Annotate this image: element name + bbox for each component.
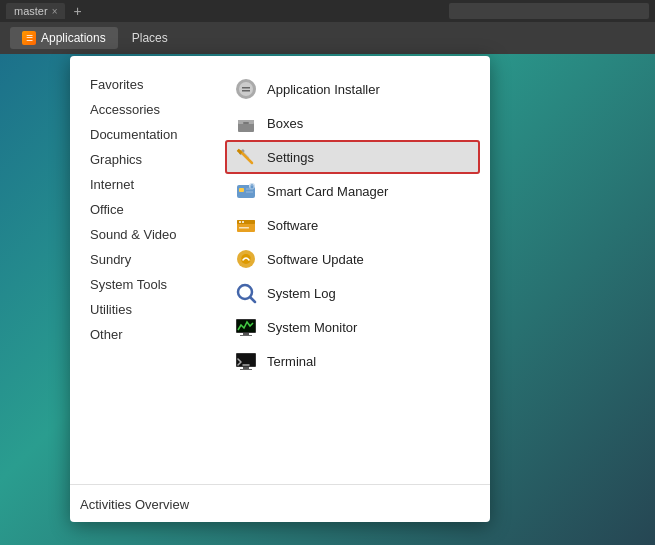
tab-add-button[interactable]: + bbox=[73, 3, 81, 19]
sidebar-item-documentation[interactable]: Documentation bbox=[80, 122, 225, 147]
places-menu-button[interactable]: Places bbox=[120, 27, 180, 49]
tab-label: master bbox=[14, 5, 48, 17]
sidebar-item-favorites[interactable]: Favorites bbox=[80, 72, 225, 97]
content-item-system-log[interactable]: System Log bbox=[225, 276, 480, 310]
svg-rect-30 bbox=[240, 335, 252, 336]
smart-card-manager-icon bbox=[235, 180, 257, 202]
application-installer-icon bbox=[235, 78, 257, 100]
content-item-terminal[interactable]: Terminal bbox=[225, 344, 480, 378]
svg-rect-34 bbox=[243, 367, 249, 369]
content-item-system-monitor[interactable]: System Monitor bbox=[225, 310, 480, 344]
svg-rect-29 bbox=[243, 333, 249, 335]
svg-point-20 bbox=[242, 221, 244, 223]
svg-line-9 bbox=[240, 151, 252, 163]
sidebar-item-sound-video[interactable]: Sound & Video bbox=[80, 222, 225, 247]
applications-menu-panel: Favorites Accessories Documentation Grap… bbox=[70, 56, 490, 522]
top-bar: master × + bbox=[0, 0, 655, 22]
content-item-settings[interactable]: Settings bbox=[225, 140, 480, 174]
sidebar-item-other[interactable]: Other bbox=[80, 322, 225, 347]
tab-master[interactable]: master × bbox=[6, 3, 65, 19]
content-item-application-installer[interactable]: Application Installer bbox=[225, 72, 480, 106]
svg-rect-6 bbox=[243, 122, 249, 124]
settings-label: Settings bbox=[267, 150, 314, 165]
settings-icon bbox=[235, 146, 257, 168]
sidebar-item-sundry[interactable]: Sundry bbox=[80, 247, 225, 272]
terminal-icon bbox=[235, 350, 257, 372]
sidebar-item-internet[interactable]: Internet bbox=[80, 172, 225, 197]
terminal-label: Terminal bbox=[267, 354, 316, 369]
system-log-label: System Log bbox=[267, 286, 336, 301]
applications-label: Applications bbox=[41, 31, 106, 45]
sidebar-item-graphics[interactable]: Graphics bbox=[80, 147, 225, 172]
activities-overview-link[interactable]: Activities Overview bbox=[80, 497, 189, 512]
content-item-software[interactable]: Software bbox=[225, 208, 480, 242]
svg-point-24 bbox=[241, 254, 251, 264]
svg-rect-2 bbox=[242, 87, 250, 89]
content-item-smart-card-manager[interactable]: Smart Card Manager bbox=[225, 174, 480, 208]
svg-rect-35 bbox=[240, 369, 252, 370]
applications-menu-button[interactable]: ☰ Applications bbox=[10, 27, 118, 49]
software-icon bbox=[235, 214, 257, 236]
software-update-icon bbox=[235, 248, 257, 270]
sidebar-item-office[interactable]: Office bbox=[80, 197, 225, 222]
system-log-icon bbox=[235, 282, 257, 304]
sidebar: Favorites Accessories Documentation Grap… bbox=[70, 72, 225, 460]
svg-rect-12 bbox=[239, 188, 244, 192]
smart-card-manager-label: Smart Card Manager bbox=[267, 184, 388, 199]
address-bar bbox=[449, 3, 649, 19]
sidebar-item-utilities[interactable]: Utilities bbox=[80, 297, 225, 322]
software-label: Software bbox=[267, 218, 318, 233]
content-item-boxes[interactable]: Boxes bbox=[225, 106, 480, 140]
svg-rect-16 bbox=[251, 186, 254, 189]
applications-icon: ☰ bbox=[22, 31, 36, 45]
svg-point-19 bbox=[239, 221, 241, 223]
system-monitor-label: System Monitor bbox=[267, 320, 357, 335]
svg-rect-21 bbox=[239, 227, 249, 229]
svg-point-1 bbox=[239, 82, 253, 96]
content-item-software-update[interactable]: Software Update bbox=[225, 242, 480, 276]
application-installer-label: Application Installer bbox=[267, 82, 380, 97]
app-bar: ☰ Applications Places bbox=[0, 22, 655, 54]
sidebar-item-system-tools[interactable]: System Tools bbox=[80, 272, 225, 297]
boxes-label: Boxes bbox=[267, 116, 303, 131]
software-update-label: Software Update bbox=[267, 252, 364, 267]
places-label: Places bbox=[132, 31, 168, 45]
sidebar-item-accessories[interactable]: Accessories bbox=[80, 97, 225, 122]
activities-footer: Activities Overview bbox=[70, 484, 490, 522]
svg-rect-3 bbox=[242, 90, 250, 92]
svg-line-26 bbox=[251, 298, 256, 303]
tab-close-button[interactable]: × bbox=[52, 6, 58, 17]
content-area: Application Installer Boxes bbox=[225, 72, 490, 460]
menu-inner: Favorites Accessories Documentation Grap… bbox=[70, 56, 490, 476]
boxes-icon bbox=[235, 112, 257, 134]
system-monitor-icon bbox=[235, 316, 257, 338]
